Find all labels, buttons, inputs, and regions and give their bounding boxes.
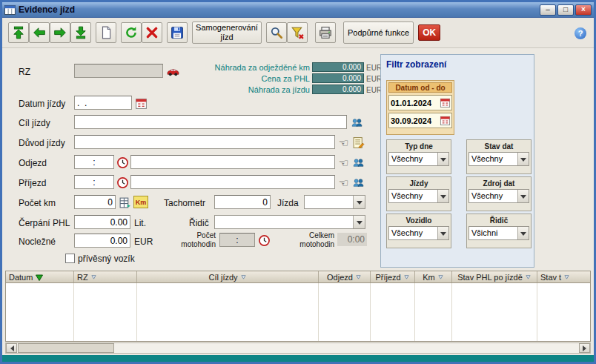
first-record-button[interactable] [8,22,29,43]
date-from-field[interactable]: 01.01.2024 [388,95,452,110]
generate-trips-button[interactable]: Samogenerování jízd [192,21,262,44]
driver-select[interactable] [214,215,365,229]
chevron-down-icon[interactable] [437,190,448,202]
rz-input[interactable] [74,64,163,78]
column-header-odjezd[interactable]: Odjezd [319,271,371,282]
clear-filter-button[interactable] [287,22,308,43]
engine-hours-input[interactable]: : [219,233,255,247]
vehicle-select[interactable]: Všechny [388,226,449,240]
destination-input[interactable] [74,115,347,129]
chevron-down-icon[interactable] [437,153,448,165]
data-state-select[interactable]: Všechny [468,152,529,166]
arrival-label: Příjezd [19,178,46,188]
delete-button[interactable] [142,22,162,43]
driver-filter-select[interactable]: Všichni [468,226,529,240]
engine-hours-clock-button[interactable] [257,234,271,248]
arrival-place-input[interactable] [130,175,335,189]
previous-record-button[interactable] [29,22,50,43]
chevron-down-icon[interactable] [437,227,448,239]
search-icon [270,26,283,39]
chevron-down-icon[interactable] [353,216,365,228]
chevron-down-icon[interactable] [517,153,529,165]
departure-contacts-button[interactable] [351,156,365,170]
column-header-datum[interactable]: Datum [6,271,74,282]
engine-hours-label: Počet motohodin [167,231,216,248]
departure-time-input[interactable]: : [74,155,114,169]
trip-date-calendar-button[interactable] [134,96,148,110]
column-header-stav-tach[interactable]: Stav t [537,271,590,282]
lodging-input[interactable]: 0.00 [74,234,130,248]
column-header-km[interactable]: Km [415,271,452,282]
printer-icon [319,26,332,39]
reason-note-button[interactable] [351,136,365,150]
triangle-right-icon [583,345,589,351]
arrival-time-input[interactable]: : [74,175,114,189]
date-from-calendar-button[interactable] [439,96,451,109]
clock-icon [116,176,129,189]
clock-icon [116,156,129,169]
maximize-button[interactable]: □ [557,4,574,16]
minimize-button[interactable]: – [540,4,556,16]
date-to-field[interactable]: 30.09.2024 [388,113,452,128]
nahrada-jizdu-unit: EUR [366,86,382,94]
refresh-button[interactable] [121,22,142,43]
ok-button[interactable]: OK [418,24,440,41]
help-button[interactable]: ? [575,27,586,39]
column-header-cil-jizdy[interactable]: Cíl jízdy [137,271,319,282]
column-header-prijezd[interactable]: Příjezd [371,271,415,282]
fuel-input[interactable]: 0.00 [74,215,130,229]
departure-clock-button[interactable] [116,156,130,170]
vehicle-label: Vozidlo [388,216,449,225]
arrival-clock-button[interactable] [116,176,130,190]
arrival-pick-button[interactable]: ☜ [337,176,351,190]
driver-filter-label: Řidič [468,216,529,225]
close-button[interactable]: × [575,4,592,16]
chevron-down-icon[interactable] [517,190,529,202]
scrollbar-thumb[interactable] [18,343,114,353]
column-header-rz[interactable]: RZ [74,271,137,282]
reason-pick-button[interactable]: ☜ [337,136,351,150]
day-type-select[interactable]: Všechny [388,152,449,166]
km-button[interactable]: Km [133,196,148,208]
date-range-label: Datum od - do [388,82,452,93]
horizontal-scrollbar[interactable] [5,343,591,354]
trips-label: Jízdy [388,179,449,188]
trip-type-select[interactable] [304,195,365,209]
trailer-checkbox[interactable] [65,254,75,263]
distance-input[interactable]: 0 [74,195,116,209]
chevron-down-icon[interactable] [353,196,365,208]
hand-icon: ☜ [339,177,348,188]
scroll-right-button[interactable] [579,343,590,353]
next-record-button[interactable] [50,22,70,43]
table-column [537,283,590,341]
print-button[interactable] [315,22,336,43]
search-button[interactable] [266,22,287,43]
new-record-button[interactable] [96,22,116,43]
last-record-button[interactable] [70,22,91,43]
column-header-stav-phl[interactable]: Stav PHL po jízdě [452,271,537,282]
save-button[interactable] [167,22,188,43]
table-column [371,283,415,341]
trip-date-input[interactable]: . . [74,96,132,110]
support-functions-button[interactable]: Podpůrné funkce [343,21,414,44]
departure-place-input[interactable] [130,155,335,169]
distance-table-button[interactable] [118,196,132,210]
table-column [74,283,137,341]
scroll-left-button[interactable] [6,343,17,353]
reason-input[interactable] [74,135,335,149]
triangle-left-icon [7,345,14,351]
table-body[interactable] [5,283,591,342]
destination-contacts-button[interactable] [350,116,364,130]
filter-group-day-type: Typ dne Všechny [386,139,451,174]
total-engine-hours-label: Celkem motohodin [285,231,334,248]
sort-icon [240,274,247,280]
trips-select[interactable]: Všechny [388,189,449,203]
odometer-input[interactable]: 0 [214,195,271,209]
date-to-calendar-button[interactable] [439,114,451,127]
table-icon [119,196,131,209]
arrival-contacts-button[interactable] [351,176,365,190]
chevron-down-icon[interactable] [517,227,529,239]
data-source-select[interactable]: Všechny [468,189,529,203]
departure-pick-button[interactable]: ☜ [337,156,351,170]
data-source-label: Zdroj dat [468,179,529,188]
